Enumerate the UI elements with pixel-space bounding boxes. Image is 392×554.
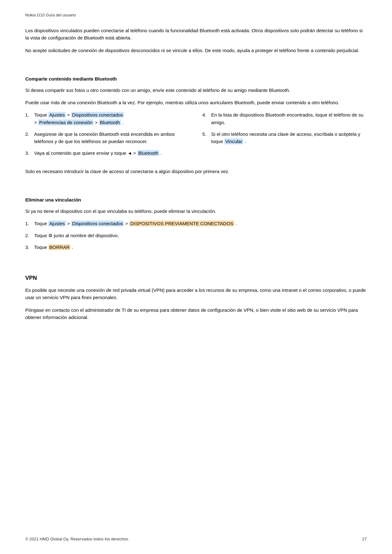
step-content: En la lista de dispositivos Bluetooth en… xyxy=(211,111,367,126)
borrar-link: BORRAR xyxy=(48,244,70,250)
step-number: 1. xyxy=(25,111,34,126)
dispositivos-previamente-conectados-link: DISPOSITIVOS PREVIAMENTE CONECTADOS xyxy=(129,220,234,226)
page-header: Nokia G10 Guía del usuario xyxy=(25,13,367,17)
ajustes-link: Ajustes xyxy=(48,112,66,118)
list-item: 3. Vaya al contenido que quiere enviar y… xyxy=(25,149,190,157)
step-content: Si el otro teléfono necesita una clave d… xyxy=(211,130,367,145)
step-number: 2. xyxy=(25,130,34,145)
vpn-section-heading: VPN xyxy=(25,275,367,281)
step-content: Asegúrese de que la conexión Bluetooth e… xyxy=(34,130,190,145)
share-steps-right: 4. En la lista de dispositivos Bluetooth… xyxy=(202,111,367,161)
step-number: 3. xyxy=(25,149,34,157)
share-note: Solo es necesario introducir la clave de… xyxy=(25,168,367,175)
paragraph-security-warning: No acepte solicitudes de conexión de dis… xyxy=(25,47,367,54)
step-number: 2. xyxy=(25,232,34,239)
bluetooth-link-2: Bluetooth xyxy=(137,150,159,156)
step-content: Toque ⚙ junto al nombre del dispositivo. xyxy=(34,232,367,239)
vpn-p2: Póngase en contacto con el administrador… xyxy=(25,306,367,321)
list-item: 4. En la lista de dispositivos Bluetooth… xyxy=(202,111,367,126)
page-footer: © 2021 HMD Global Oy. Reservados todos l… xyxy=(25,537,367,541)
page-number: 27 xyxy=(362,537,367,541)
eliminar-section-heading: Eliminar una vinculación xyxy=(25,197,367,202)
dispositivos-conectados-link: Dispositivos conectados xyxy=(71,112,124,118)
list-item: 3. Toque BORRAR . xyxy=(25,244,367,251)
step-content: Toque Ajustes > Dispositivos conectados … xyxy=(34,220,367,227)
list-item: 2. Toque ⚙ junto al nombre del dispositi… xyxy=(25,232,367,239)
list-item: 1. Toque Ajustes > Dispositivos conectad… xyxy=(25,220,367,227)
vincular-link: Vincular xyxy=(224,138,243,144)
paragraph-bluetooth-intro: Los dispositivos vinculados pueden conec… xyxy=(25,27,367,42)
vpn-p1: Es posible que necesite una conexión de … xyxy=(25,286,367,301)
list-item: 2. Asegúrese de que la conexión Bluetoot… xyxy=(25,130,190,145)
eliminar-intro-p1: Si ya no tiene el dispositivo con el que… xyxy=(25,208,367,215)
share-steps-container: 1. Toque Ajustes > Dispositivos conectad… xyxy=(25,111,367,161)
bluetooth-link-1: Bluetooth xyxy=(99,119,121,125)
step-number: 5. xyxy=(202,130,211,145)
step-number: 3. xyxy=(25,244,34,251)
page: Nokia G10 Guía del usuario Los dispositi… xyxy=(0,0,392,554)
preferencias-conexion-link: Preferencias de conexión xyxy=(38,119,93,125)
document-title: Nokia G10 Guía del usuario xyxy=(25,13,76,17)
share-intro-p2: Puede usar más de una conexión Bluetooth… xyxy=(25,99,367,106)
gear-icon: ⚙ xyxy=(48,232,52,239)
step-content: Toque BORRAR . xyxy=(34,244,367,251)
share-icon: ◄ xyxy=(128,150,132,157)
copyright-text: © 2021 HMD Global Oy. Reservados todos l… xyxy=(25,537,129,541)
step-number: 4. xyxy=(202,111,211,126)
list-item: 1. Toque Ajustes > Dispositivos conectad… xyxy=(25,111,190,126)
step-content: Toque Ajustes > Dispositivos conectados … xyxy=(34,111,190,126)
eliminar-steps-container: 1. Toque Ajustes > Dispositivos conectad… xyxy=(25,220,367,251)
list-item: 5. Si el otro teléfono necesita una clav… xyxy=(202,130,367,145)
share-intro-p1: Si desea compartir sus fotos u otro cont… xyxy=(25,87,367,94)
step-content: Vaya al contenido que quiere enviar y to… xyxy=(34,149,190,157)
ajustes-link-2: Ajustes xyxy=(48,220,66,226)
step-number: 1. xyxy=(25,220,34,227)
share-steps-left: 1. Toque Ajustes > Dispositivos conectad… xyxy=(25,111,190,161)
dispositivos-conectados-link-2: Dispositivos conectados xyxy=(71,220,124,226)
share-section-heading: Comparte contenido mediante Bluetooth xyxy=(25,76,367,81)
